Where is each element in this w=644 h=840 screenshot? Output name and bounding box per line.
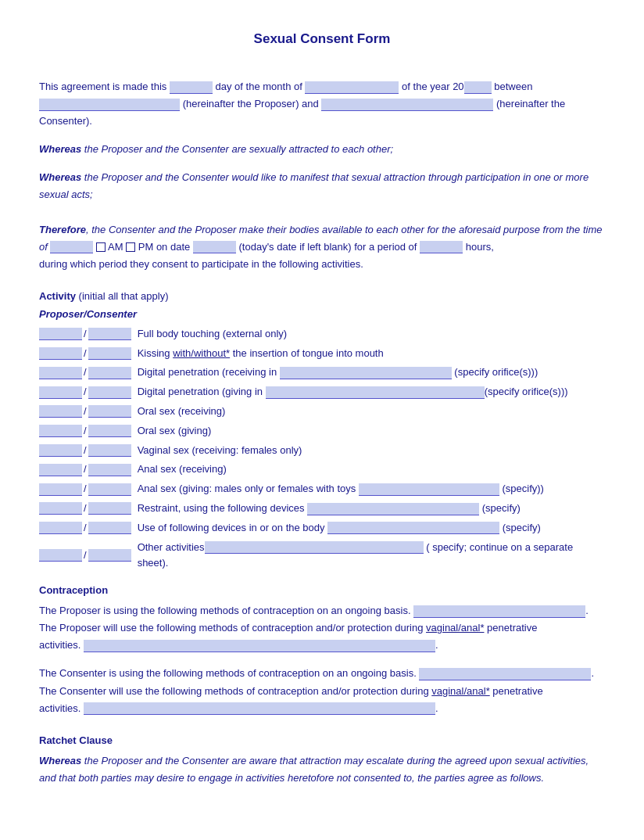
am-label: AM [108,241,123,253]
activity-row: / Use of following devices in or on the … [39,520,605,537]
whereas1-paragraph: Whereas the Proposer and the Consenter a… [39,141,605,158]
proposer-initial-3[interactable] [39,367,82,379]
activity-field-9[interactable] [359,483,499,496]
activity-field-10[interactable] [307,503,479,515]
activity-text-10: Restraint, using the following devices (… [138,501,605,517]
activity-text-4: Digital penetration (giving in (specify … [138,384,605,400]
contraception-p2: The Consenter is using the following met… [39,665,605,716]
whereas1-text: the Proposer and the Consenter are sexua… [84,143,393,155]
activity-row: / Vaginal sex (receiving: females only) [39,443,605,459]
activity-note: (initial all that apply) [79,290,169,302]
activity-field-4[interactable] [266,386,485,399]
activity-text-3: Digital penetration (receiving in (speci… [138,364,605,381]
proposer-initial-10[interactable] [39,502,82,515]
activity-text-5: Oral sex (receiving) [138,404,605,420]
time-field[interactable] [50,241,93,253]
proposer-initial-2[interactable] [39,347,82,360]
consenter-initial-12[interactable] [88,549,131,562]
activity-text-12: Other activities ( specify; continue on … [138,540,605,573]
activity-row: / Anal sex (giving: males only or female… [39,481,605,497]
proposer-initial-11[interactable] [39,522,82,534]
date-field[interactable] [193,241,236,253]
activity-section-title: Activity (initial all that apply) [39,290,605,302]
proposer-consenter-label: Proposer/Consenter [39,308,605,320]
proposer-initial-8[interactable] [39,464,82,476]
therefore-paragraph: Therefore, the Consenter and the Propose… [39,221,605,273]
contraception-proposer-ongoing-field[interactable] [413,605,585,618]
proposer-initial-12[interactable] [39,549,82,562]
activity-field-3[interactable] [280,367,452,379]
proposer-initial-9[interactable] [39,483,82,496]
consenter-initial-6[interactable] [88,425,131,437]
on-date-text: on date [156,241,190,253]
contraception-p1: The Proposer is using the following meth… [39,602,605,654]
activity-row: / Digital penetration (receiving in (spe… [39,364,605,381]
penetrative-1: penetrative [487,622,537,634]
period-field[interactable] [420,241,463,253]
page-title: Sexual Consent Form [39,31,605,47]
proposer-initial-5[interactable] [39,405,82,418]
contraception-consenter-ongoing-field[interactable] [419,668,591,680]
consenter-initial-7[interactable] [88,444,131,457]
intro-text: This agreement is made this [39,81,166,92]
activities-label-1: activities. [39,639,80,651]
day-field[interactable] [170,81,213,94]
today-note: (today's date if left blank) for a perio… [239,241,417,253]
vaginal-anal-1: vaginal/anal* [426,622,484,634]
whereas2-text: the Proposer and the Consenter would lik… [39,171,589,200]
proposer-name-field[interactable] [39,99,180,111]
contraception-p1a: The Proposer is using the following meth… [39,605,411,616]
month-field[interactable] [305,81,399,94]
activity-text-11: Use of following devices in or on the bo… [138,520,605,537]
whereas2-paragraph: Whereas the Proposer and the Consenter w… [39,169,605,203]
contraception-p2b: The Consenter will use the following met… [39,685,429,697]
proposer-initial-6[interactable] [39,425,82,437]
activity-text-6: Oral sex (giving) [138,423,605,440]
activity-row: / Other activities ( specify; continue o… [39,540,605,573]
consenter-initial-10[interactable] [88,502,131,515]
ratchet-paragraph: Whereas the Proposer and the Consenter a… [39,752,605,787]
consenter-initial-2[interactable] [88,347,131,360]
vaginal-anal-2: vaginal/anal* [431,685,489,697]
activities-list: / Full body touching (external only) / K… [39,326,605,572]
activity-field-11[interactable] [327,522,499,534]
activity-row: / Kissing with/without* the insertion of… [39,346,605,362]
contraception-consenter-during-field[interactable] [84,702,435,715]
consenter-initial-8[interactable] [88,464,131,476]
activity-row: / Oral sex (receiving) [39,404,605,420]
consenter-name-field[interactable] [321,99,493,111]
proposer-initial-4[interactable] [39,386,82,399]
consenter-initial-3[interactable] [88,367,131,379]
proposer-initial-7[interactable] [39,444,82,457]
year-prefix: of the year 20 [402,81,464,92]
contraception-p1b: The Proposer will use the following meth… [39,622,423,634]
activities-label-2: activities. [39,702,80,714]
proposer-initial-1[interactable] [39,328,82,340]
contraception-p2a: The Consenter is using the following met… [39,667,417,679]
contraception-proposer-during-field[interactable] [84,640,435,652]
hours-text: hours, [466,241,494,253]
activity-field-12[interactable] [205,541,424,554]
penetrative-2: penetrative [492,685,542,697]
activity-text-8: Anal sex (receiving) [138,461,605,478]
activity-row: / Restraint, using the following devices… [39,501,605,517]
activity-row: / Full body touching (external only) [39,326,605,343]
ratchet-title: Ratchet Clause [39,734,605,746]
ratchet-text: the Proposer and the Consenter are aware… [39,755,589,784]
consenter-initial-9[interactable] [88,483,131,496]
consenter-initial-5[interactable] [88,405,131,418]
activity-text-1: Full body touching (external only) [138,326,605,343]
during-text: during which period they consent to part… [39,258,363,270]
consenter-initial-11[interactable] [88,522,131,534]
consenter-initial-4[interactable] [88,386,131,399]
consenter-initial-1[interactable] [88,328,131,340]
activity-row: / Oral sex (giving) [39,423,605,440]
hereinafter-proposer: (hereinafter the Proposer) and [183,98,319,109]
year-field[interactable] [464,81,492,94]
pm-label: PM [138,241,154,253]
day-suffix: day of the month of [216,81,302,92]
activity-row: / Digital penetration (giving in (specif… [39,384,605,400]
pm-checkbox[interactable] [126,242,135,252]
activity-text-9: Anal sex (giving: males only or females … [138,481,605,497]
am-checkbox[interactable] [96,242,106,252]
